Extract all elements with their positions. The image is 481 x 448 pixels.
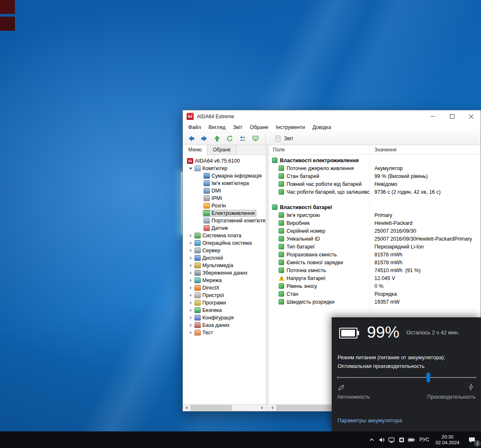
- tree-item[interactable]: 64AIDA64 v6.75.6100: [183, 157, 266, 165]
- report-button[interactable]: Звіт: [272, 134, 296, 143]
- details-row[interactable]: Властивості батареї: [269, 203, 481, 211]
- tree-item[interactable]: Тест: [183, 329, 266, 336]
- column-header-field[interactable]: Поле: [269, 145, 369, 154]
- pane-splitter[interactable]: [266, 145, 269, 411]
- tree-expand-icon[interactable]: [188, 331, 194, 334]
- menu-item[interactable]: Файл: [185, 123, 205, 131]
- scrollbar-thumb[interactable]: [190, 405, 232, 411]
- tree-item[interactable]: Мультимедіа: [183, 262, 266, 269]
- network-button[interactable]: [386, 431, 396, 448]
- menu-item[interactable]: Інструменти: [272, 123, 309, 131]
- left-horizontal-scrollbar[interactable]: [183, 404, 266, 411]
- maximize-button[interactable]: [442, 110, 462, 122]
- tree-item[interactable]: База даних: [183, 321, 266, 329]
- battery-tray-button[interactable]: [406, 431, 416, 448]
- column-header-value[interactable]: Значення: [369, 147, 396, 153]
- tree-item[interactable]: Безпека: [183, 307, 266, 314]
- language-indicator[interactable]: РУС: [416, 437, 432, 443]
- scroll-left-button[interactable]: [183, 405, 189, 411]
- details-row[interactable]: Властивості електроживлення: [269, 156, 481, 164]
- details-row[interactable]: Стан батарей99 % (Високий рівень): [269, 172, 481, 180]
- tree-item[interactable]: Ім'я комп'ютера: [183, 180, 266, 187]
- details-row[interactable]: Ім'я пристроюPrimary: [269, 211, 481, 219]
- details-row[interactable]: СтанРозрядка: [269, 290, 481, 298]
- volume-button[interactable]: [377, 431, 386, 448]
- tree-expand-icon[interactable]: [188, 249, 194, 252]
- tree-item[interactable]: Сервер: [183, 247, 266, 254]
- details-row[interactable]: Поточна ємність74510 mWh (91 %): [269, 266, 481, 274]
- details-row[interactable]: Тип батареїПерезарядний Li-Ion: [269, 243, 481, 251]
- tree-item[interactable]: Операційна система: [183, 239, 266, 247]
- tree-expand-icon[interactable]: [188, 279, 194, 282]
- tree-expand-icon[interactable]: [188, 256, 194, 260]
- left-tab[interactable]: Обране: [207, 145, 236, 155]
- field-value: 99 % (Високий рівень): [369, 173, 428, 179]
- details-row[interactable]: !Напруга батареї12.045 V: [269, 274, 481, 282]
- minimize-button[interactable]: [423, 110, 442, 122]
- tree-item[interactable]: DirectX: [183, 284, 266, 292]
- tree-item[interactable]: Розгін: [183, 202, 266, 209]
- refresh-button[interactable]: [226, 135, 234, 143]
- up-button[interactable]: [213, 135, 221, 143]
- battery-settings-link[interactable]: Параметры аккумулятора: [338, 417, 402, 424]
- tree-item[interactable]: Комп'ютер: [183, 165, 266, 172]
- tree-expand-icon[interactable]: [188, 264, 194, 267]
- tree-item[interactable]: Програми: [183, 299, 266, 307]
- back-button[interactable]: [187, 135, 195, 143]
- tray-app-button[interactable]: [396, 431, 406, 448]
- menu-item[interactable]: Обране: [246, 123, 272, 131]
- details-row[interactable]: Ємність повної зарядки81578 mWh: [269, 258, 481, 266]
- details-row[interactable]: Рівень зносу0 %: [269, 282, 481, 290]
- field-label: Виробник: [287, 220, 310, 226]
- scroll-right-button[interactable]: [259, 405, 265, 411]
- tree-item[interactable]: Електроживлення: [183, 209, 266, 217]
- details-row[interactable]: Серійний номер25007 2016/09/30: [269, 227, 481, 235]
- tree-expand-icon[interactable]: [188, 168, 194, 170]
- tree-item[interactable]: DMI: [183, 187, 266, 195]
- scroll-left-button[interactable]: [269, 405, 275, 411]
- tree-expand-icon[interactable]: [188, 241, 194, 245]
- details-row[interactable]: Унікальний ID25007 2016/09/30Hewlett-Pac…: [269, 235, 481, 243]
- tree-expand-icon[interactable]: [188, 294, 194, 297]
- forward-button[interactable]: [200, 135, 208, 143]
- menu-item[interactable]: Звіт: [229, 123, 246, 131]
- menu-item[interactable]: Довідка: [309, 123, 335, 131]
- tree-expand-icon[interactable]: [188, 316, 194, 319]
- tree-expand-icon[interactable]: [188, 301, 194, 304]
- details-row[interactable]: Час роботи батарей, що залишився9736 с (…: [269, 188, 481, 196]
- title-bar[interactable]: 64 AIDA64 Extreme: [183, 110, 481, 122]
- details-row[interactable]: Швидкість розрядки19357 mW: [269, 298, 481, 306]
- slider-thumb[interactable]: [427, 373, 430, 382]
- tree-expand-icon[interactable]: [188, 324, 194, 327]
- battery-item-icon: [279, 220, 284, 226]
- tree-item[interactable]: Датчик: [183, 224, 266, 232]
- left-tab[interactable]: Меню: [183, 145, 207, 155]
- remote-monitor-button[interactable]: [251, 135, 260, 143]
- tree-item[interactable]: Збереження даних: [183, 269, 266, 277]
- tree-expand-icon[interactable]: [188, 309, 194, 312]
- tree-item[interactable]: Пристрої: [183, 292, 266, 299]
- details-row[interactable]: Поточне джерело живленняАкумулятор: [269, 164, 481, 172]
- tree-expand-icon[interactable]: [188, 234, 194, 237]
- tree-item[interactable]: Сумарна інформація: [183, 172, 266, 180]
- tree-item[interactable]: Конфігурація: [183, 314, 266, 321]
- power-mode-slider[interactable]: [337, 377, 476, 378]
- tree-item[interactable]: Мережа: [183, 277, 266, 284]
- tree-item[interactable]: Дисплей: [183, 254, 266, 262]
- users-button[interactable]: [238, 135, 247, 143]
- details-row[interactable]: Повний час роботи від батарейНевідомо: [269, 180, 481, 188]
- tree-item[interactable]: Системна плата: [183, 232, 266, 239]
- menu-item[interactable]: Вигляд: [205, 123, 229, 131]
- tree-expand-icon[interactable]: [188, 286, 194, 290]
- tree-item[interactable]: IPMI: [183, 195, 266, 202]
- tray-expand-button[interactable]: [367, 431, 377, 448]
- close-button[interactable]: [462, 110, 481, 122]
- battery-item-icon: [279, 260, 284, 265]
- details-row[interactable]: Розрахована ємність81578 mWh: [269, 251, 481, 258]
- tree-expand-icon[interactable]: [188, 271, 194, 275]
- power-mode-value: Оптимальная производительность: [338, 363, 425, 369]
- details-row[interactable]: ВиробникHewlett-Packard: [269, 219, 481, 227]
- clock[interactable]: 20:30 02.04.2024: [432, 434, 463, 446]
- tree-item[interactable]: Портативний комп'ютер: [183, 217, 266, 224]
- action-center-button[interactable]: 3: [463, 431, 481, 448]
